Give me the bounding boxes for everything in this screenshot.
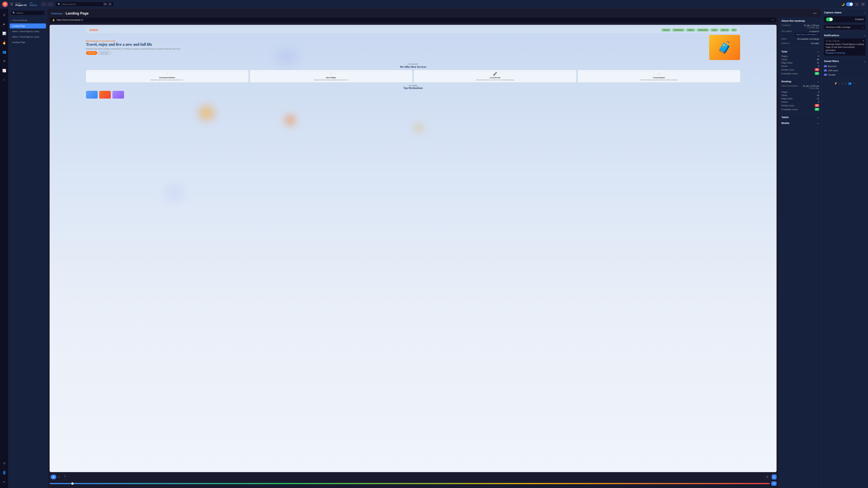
hotspot-hero bbox=[159, 182, 190, 205]
sort-icon-btn[interactable]: ↕ bbox=[839, 82, 840, 85]
site-logo: Jadoo bbox=[89, 28, 98, 32]
url-pattern-label: URL pattern: bbox=[781, 30, 792, 32]
tablet-chevron: ⌄ bbox=[817, 116, 819, 119]
user-group-icon-btn[interactable]: 👥 bbox=[848, 82, 851, 85]
breadcrumb-link[interactable]: Heatmaps bbox=[51, 12, 63, 15]
total-frustration-badge: 37 bbox=[815, 72, 819, 75]
menu-icon[interactable]: ☰ bbox=[10, 2, 13, 6]
total-title[interactable]: Total ⌄ bbox=[781, 50, 819, 53]
list-icon[interactable]: ≡ bbox=[855, 2, 859, 6]
capture-chevron[interactable]: ⌄ bbox=[863, 11, 866, 14]
sidebar-item-landing-page-1[interactable]: Landing Page bbox=[10, 24, 46, 29]
desktop-pages-value: 3 bbox=[818, 91, 819, 93]
traffic-coverage-dropdown[interactable]: Maximum traffic coverage ⌄ bbox=[824, 24, 866, 30]
sidebar-icon-people[interactable]: 👥 bbox=[1, 49, 7, 55]
service-desc-custom: We deliver outsourced aviation services … bbox=[579, 79, 739, 81]
sidebar-item-landing-page-2[interactable]: Landing Page bbox=[10, 40, 46, 45]
notifications-title: Notifications bbox=[824, 34, 839, 37]
traffic-coverage-text: Maximum traffic coverage bbox=[826, 26, 850, 28]
tablet-title[interactable]: Tablet ⌄ bbox=[781, 116, 819, 119]
sidebar-icon-graph[interactable]: 📈 bbox=[1, 67, 7, 73]
nav-signup: Sign Up bbox=[720, 29, 730, 32]
desktop-clicks-label: Clicks: bbox=[781, 94, 787, 96]
sidebar-search-icon: 🔍 bbox=[12, 11, 15, 14]
sidebar-item-jadoo-2[interactable]: Jadoo | Travel Agency Landi... bbox=[10, 34, 46, 39]
far-right-divider-1 bbox=[824, 32, 866, 32]
nav-gallery: Gallery bbox=[686, 29, 695, 32]
total-rage-row: Rage clicks: 11 bbox=[781, 62, 819, 64]
mobile-title[interactable]: Mobile ⌄ bbox=[781, 122, 819, 125]
dest-card-1 bbox=[86, 91, 98, 99]
page-title: Landing Page bbox=[66, 11, 89, 15]
home-icon-btn[interactable]: ⌂ bbox=[845, 82, 846, 85]
sidebar-icon-video[interactable]: ▶ bbox=[1, 21, 7, 27]
hotspot-3 bbox=[413, 123, 425, 133]
service-desc-weather: Built ticket longer admire do barton van… bbox=[88, 79, 247, 81]
desktop-title[interactable]: Desktop ⌄ bbox=[781, 80, 819, 83]
notification-close[interactable]: ✕ bbox=[863, 39, 865, 42]
sidebar-search-box[interactable]: 🔍 Search bbox=[11, 10, 45, 15]
about-title: About this heatmap bbox=[781, 19, 819, 22]
layout-icon-btn[interactable]: □ bbox=[842, 82, 843, 85]
book-demo-button: Book Demo bbox=[98, 51, 111, 55]
saved-filters-header[interactable]: Saved filters ⌄ bbox=[824, 60, 866, 63]
sidebar-item-jadoo-1[interactable]: Jadoo | Travel Agency Landi... bbox=[10, 29, 46, 34]
settings-ctrl-btn[interactable]: ⚙ bbox=[765, 475, 770, 480]
url-display: https://test.loc/template-2/ bbox=[57, 19, 770, 21]
slider-thumb[interactable] bbox=[71, 482, 73, 485]
slider-action-btn[interactable]: ≡ bbox=[771, 481, 777, 486]
app-logo: S bbox=[2, 2, 8, 7]
external-link-icon[interactable]: ↗ bbox=[772, 19, 774, 22]
hotspot-1 bbox=[195, 105, 218, 121]
new-heatmap-button[interactable]: + New heatmap bbox=[11, 19, 45, 22]
total-activity-label: Activity score: bbox=[781, 69, 795, 71]
sidebar-icon-user[interactable]: 👤 bbox=[1, 469, 7, 476]
mobile-device-btn[interactable]: 📱 bbox=[62, 475, 68, 479]
sidebar-icon-hex[interactable]: ⬡ bbox=[1, 77, 7, 83]
more-icon-btn[interactable]: ⋯ bbox=[853, 82, 856, 85]
main-content: Heatmaps / Landing Page ••• 🔒 https://te… bbox=[47, 8, 822, 488]
notifications-header[interactable]: Notifications ⌄ bbox=[824, 34, 866, 37]
saved-filters-section: Saved filters ⌄ Bounced USA users Canada bbox=[824, 60, 866, 77]
saved-filters-chevron: ⌄ bbox=[864, 60, 866, 63]
filter-label-usa: USA users bbox=[828, 69, 838, 72]
tablet-device-btn[interactable]: □ bbox=[57, 475, 61, 479]
device-switcher: 🖥 □ 📱 bbox=[50, 474, 69, 480]
filter-canada[interactable]: Canada bbox=[824, 73, 866, 77]
slider-track[interactable] bbox=[50, 483, 770, 484]
view-ctrl-btn[interactable]: ● bbox=[772, 475, 777, 480]
desktop-device-btn[interactable]: 🖥 bbox=[51, 475, 56, 479]
service-desc-flights: Engrossed listening. Park gate sell they… bbox=[251, 79, 411, 81]
service-name-flights: Best Flights bbox=[251, 77, 411, 78]
dark-mode-toggle[interactable] bbox=[846, 2, 853, 6]
capture-status-header: Capture status ⌄ bbox=[824, 11, 866, 14]
back-button[interactable]: ← bbox=[41, 2, 47, 7]
find-deals-button: Find Deals bbox=[86, 51, 97, 55]
navigate-to-heatmap-link[interactable]: Navigate to heatmap bbox=[826, 52, 864, 54]
url-pattern-value: https://test.loc/template-2/ bbox=[795, 33, 819, 36]
sidebar-icon-analytics[interactable]: 📊 bbox=[1, 30, 7, 36]
more-button[interactable]: ••• bbox=[812, 11, 817, 15]
desktop-screenshot-ago: 2 hours ago bbox=[803, 87, 819, 89]
filter-usa[interactable]: USA users bbox=[824, 68, 866, 73]
far-right-toolbar: ⚡ ↕ □ ⌂ 👥 ⋯ bbox=[824, 81, 866, 86]
sidebar-icon-grid[interactable]: ⊞ bbox=[1, 11, 7, 18]
project-name[interactable]: Project #1 bbox=[16, 4, 27, 7]
filter-bounced[interactable]: Bounced bbox=[824, 64, 866, 68]
forward-button[interactable]: → bbox=[48, 2, 53, 7]
filter-icon-btn[interactable]: ⚡ bbox=[834, 82, 837, 85]
named-sidebar: 🔍 Search + New heatmap Landing Page Jado… bbox=[8, 8, 47, 488]
dark-mode-icon: 🌙 bbox=[841, 3, 844, 6]
global-search[interactable]: 🔍 ⌘ O bbox=[56, 2, 114, 7]
sidebar-icon-profile[interactable]: ● bbox=[1, 479, 7, 485]
topbar-right: 🌙 ≡ ⊞ bbox=[841, 2, 866, 6]
grid-icon-top[interactable]: ⊞ bbox=[861, 2, 866, 6]
sidebar-icon-flag[interactable]: ⚑ bbox=[1, 58, 7, 64]
desktop-activity-row: Activity score: 45 bbox=[781, 104, 819, 107]
kbd-shortcut: ⌘ bbox=[103, 3, 107, 6]
site-name[interactable]: test.loc bbox=[30, 4, 37, 7]
capture-toggle[interactable] bbox=[826, 18, 833, 21]
sidebar-icon-heatmap[interactable]: 🔥 bbox=[1, 39, 7, 46]
sidebar-icon-settings[interactable]: ⚙ bbox=[1, 460, 7, 466]
search-input[interactable] bbox=[62, 3, 102, 6]
